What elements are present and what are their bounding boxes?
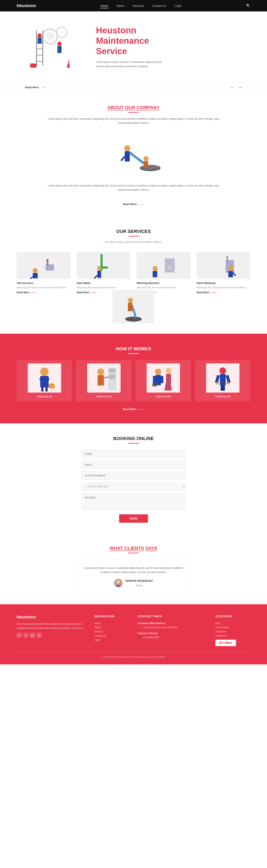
phone-icon: 📞	[138, 636, 141, 639]
service-desc-1: adipiscing elit, sed do eiusmod tempor	[77, 286, 131, 289]
service-card-washing: Washing Machine adipiscing elit, sed do …	[137, 252, 190, 294]
testimonial-box: Lorem ipsum dolor sit amet, consectetur …	[75, 560, 192, 594]
footer-discover-subscribe[interactable]: Subscribe	[215, 630, 250, 634]
svg-rect-58	[109, 369, 115, 373]
hero-section: Heustonn Maintenance Service Lorem ipsum…	[0, 11, 267, 82]
social-facebook[interactable]: f	[17, 633, 22, 638]
service-readmore-3[interactable]: Read More	[197, 291, 250, 294]
svg-rect-54	[46, 388, 48, 392]
nav-about[interactable]: About	[116, 4, 124, 7]
svg-point-22	[143, 156, 149, 161]
svg-point-26	[47, 259, 49, 261]
testimonial-author: TEMPOR INCIDIDUNT Server	[84, 579, 183, 587]
search-icon[interactable]: 🔍	[246, 4, 250, 8]
hero-read-more[interactable]: Read More	[25, 86, 46, 89]
footer-discover-contact[interactable]: Contact Us	[215, 634, 250, 638]
footer-nav-title: NAVIGATION	[95, 615, 129, 618]
svg-point-63	[155, 369, 161, 375]
how-card-0: Adipiscing elit	[17, 360, 72, 401]
svg-line-29	[30, 277, 33, 279]
footer-nav-home[interactable]: Home	[95, 621, 129, 625]
footer-nav-about[interactable]: About	[95, 625, 129, 630]
svg-line-34	[94, 275, 97, 279]
services-extra	[17, 290, 250, 323]
service-title-0: Tab Services	[17, 281, 71, 284]
how-card-img-0	[28, 364, 61, 393]
about-title: ABOUT OUR COMPANY	[25, 105, 242, 110]
footer-discover-title: DISCOVER	[215, 615, 250, 618]
nav-login[interactable]: Login	[175, 4, 182, 7]
service-readmore-0[interactable]: Read More	[17, 291, 71, 294]
social-twitter[interactable]: t	[23, 633, 28, 638]
service-img-pipe	[77, 252, 131, 279]
how-underline	[128, 353, 139, 354]
svg-point-47	[128, 298, 133, 303]
testimonial-text: Lorem ipsum dolor sit amet, consectetur …	[84, 566, 183, 575]
footer-discover-help[interactable]: Help	[215, 621, 250, 625]
how-section: HOW IT WORKS Adipiscing elit	[0, 334, 267, 423]
send-button[interactable]: SEND	[119, 514, 148, 523]
footer-nav-login[interactable]: Login	[95, 638, 129, 642]
author-info: TEMPOR INCIDIDUNT Server	[125, 579, 153, 587]
svg-point-1	[46, 32, 54, 40]
svg-rect-77	[226, 382, 229, 384]
footer-nav-contact[interactable]: Contact Us	[95, 634, 129, 638]
svg-rect-38	[165, 259, 175, 263]
footer-nav-services[interactable]: Services	[95, 630, 129, 634]
svg-point-39	[153, 266, 158, 271]
name-input[interactable]	[81, 450, 186, 458]
svg-point-68	[166, 368, 171, 374]
svg-rect-42	[226, 256, 228, 261]
svg-point-70	[219, 367, 226, 374]
how-read-more[interactable]: Read More	[123, 408, 144, 411]
testimonials-underline	[128, 553, 139, 553]
service-img-washing	[137, 252, 190, 279]
testimonials-section: WHAT CLIENTS SAYS Lorem ipsum dolor sit …	[0, 535, 267, 604]
service-img-hand	[197, 252, 250, 279]
prev-arrow[interactable]: ←	[230, 85, 235, 90]
svg-rect-67	[153, 383, 157, 386]
svg-rect-13	[57, 46, 61, 53]
nav-logo: Heustonn	[17, 3, 36, 8]
nav-home[interactable]: Home	[101, 4, 108, 8]
svg-point-49	[40, 368, 49, 376]
svg-rect-53	[41, 388, 44, 392]
navbar: Heustonn Home About Services Contact us …	[0, 0, 267, 11]
svg-rect-33	[97, 271, 101, 278]
footer-about-text: It is a long established fact that a rea…	[17, 622, 86, 630]
next-arrow[interactable]: →	[238, 85, 242, 90]
svg-rect-61	[98, 375, 104, 385]
social-google[interactable]: g+	[30, 633, 35, 638]
footer-discover-how[interactable]: How It Works	[215, 625, 250, 630]
svg-line-45	[233, 273, 236, 276]
svg-point-60	[98, 368, 104, 375]
service-img-tab	[17, 252, 71, 279]
about-read-more[interactable]: Read More	[123, 203, 144, 206]
footer-col-about: Heustonn It is a long established fact t…	[17, 615, 86, 646]
nav-contact[interactable]: Contact us	[152, 4, 166, 7]
phone-input[interactable]	[81, 471, 186, 480]
svg-rect-11	[37, 37, 42, 44]
svg-rect-48	[128, 303, 132, 311]
nav-services[interactable]: Services	[133, 4, 144, 7]
how-card-img-2	[146, 364, 180, 393]
svg-rect-75	[223, 385, 225, 391]
footer-bottom: ⊙ Wenhao/nk/chengdu/china https://nkck.u…	[17, 652, 250, 658]
message-input[interactable]	[81, 494, 186, 510]
services-grid: Tab Services adipiscing elit, sed do eiu…	[17, 252, 250, 294]
how-card-label-3: Adipiscing elit	[215, 395, 230, 398]
how-card-label-2: Adipiscing elit	[156, 395, 171, 398]
svg-rect-56	[50, 383, 53, 385]
download-button[interactable]: 请在下载版本	[215, 640, 236, 646]
svg-point-18	[141, 165, 160, 170]
email-input[interactable]	[81, 461, 186, 469]
footer-logo: Heustonn	[17, 615, 86, 619]
how-card-img-3	[206, 364, 239, 393]
svg-rect-66	[161, 376, 163, 383]
service-select[interactable]: TYPE OF SERVICE Tab Services Pipe Water …	[81, 482, 186, 491]
social-linkedin[interactable]: in	[37, 633, 42, 638]
service-title-1: Pipe Water	[77, 281, 131, 284]
svg-rect-71	[220, 374, 226, 385]
services-title: OUR SERVICES	[17, 229, 250, 234]
service-card-hand: Hand Washing adipiscing elit, sed do eiu…	[197, 252, 250, 294]
